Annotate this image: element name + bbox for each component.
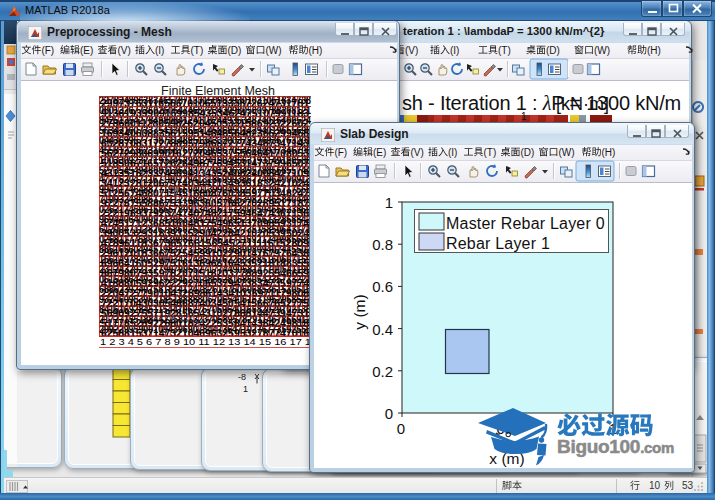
- svg-text:0: 0: [397, 420, 405, 437]
- svg-text:(E): (E): [80, 45, 93, 56]
- svg-text:0: 0: [385, 405, 393, 422]
- svg-text:(E): (E): [373, 147, 386, 158]
- svg-text:(H): (H): [647, 45, 661, 56]
- svg-text:(T): (T): [498, 45, 511, 56]
- svg-text:Master Rebar Layer 0: Master Rebar Layer 0: [446, 215, 605, 232]
- svg-text:(T): (T): [191, 45, 204, 56]
- svg-text:(W): (W): [559, 147, 575, 158]
- svg-text:0.6: 0.6: [372, 278, 393, 295]
- svg-text:(D): (D): [228, 45, 242, 56]
- svg-text:1 2 3 4 5 6 7 8 9 10 11 12 13: 1 2 3 4 5 6 7 8 9 10 11 12 13 14 15 16 1…: [100, 337, 311, 347]
- svg-text:0.8: 0.8: [372, 236, 393, 253]
- svg-text:0.2: 0.2: [372, 363, 393, 380]
- svg-text:10: 10: [649, 480, 661, 491]
- svg-text:(W): (W): [266, 45, 282, 56]
- svg-text:(H): (H): [602, 147, 616, 158]
- svg-text:-8: -8: [238, 372, 246, 382]
- svg-text:(F): (F): [41, 45, 54, 56]
- svg-text:1: 1: [385, 194, 393, 211]
- svg-text:(D): (D): [546, 45, 560, 56]
- svg-text:(F): (F): [334, 147, 347, 158]
- svg-text:(V): (V): [411, 147, 424, 158]
- svg-text:Rebar Layer 1: Rebar Layer 1: [446, 235, 550, 252]
- svg-text:(W): (W): [594, 45, 610, 56]
- svg-text:(I): (I): [448, 147, 457, 158]
- svg-text:(H): (H): [309, 45, 323, 56]
- svg-text:(I): (I): [155, 45, 164, 56]
- svg-text:1: 1: [243, 384, 248, 394]
- svg-text:0.4: 0.4: [372, 321, 393, 338]
- svg-text:(I): (I): [450, 45, 459, 56]
- svg-text:y (m): y (m): [351, 294, 368, 329]
- svg-text:(V): (V): [405, 45, 418, 56]
- svg-text:(T): (T): [484, 147, 497, 158]
- svg-text:(D): (D): [521, 147, 535, 158]
- svg-text:(V): (V): [118, 45, 131, 56]
- svg-text:53: 53: [682, 480, 694, 491]
- svg-text:Biguo100.com: Biguo100.com: [557, 436, 674, 457]
